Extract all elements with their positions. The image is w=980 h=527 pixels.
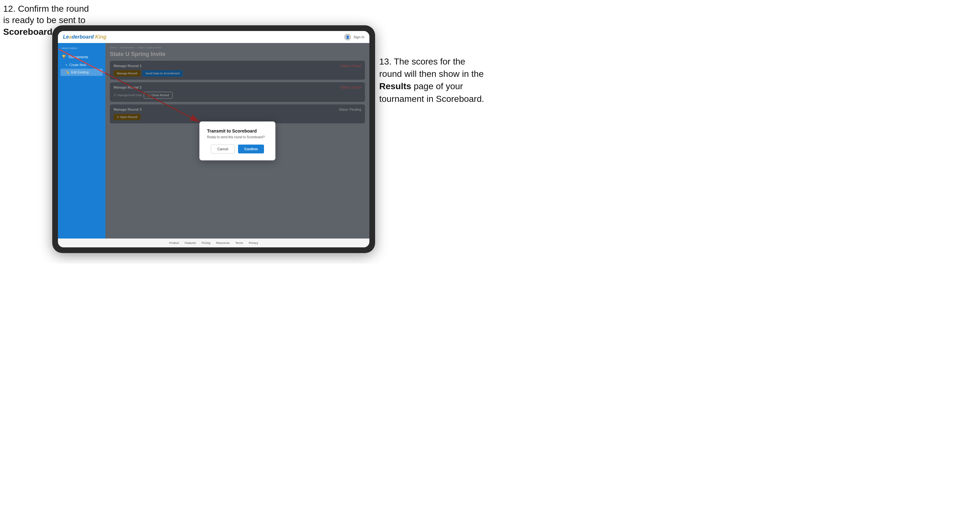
- modal-title: Transmit to Scoreboard: [207, 129, 268, 133]
- footer-privacy[interactable]: Privacy: [249, 241, 258, 244]
- trophy-icon: 🏆: [62, 55, 66, 59]
- top-nav: Leaderboard King 👤 Sign In: [58, 31, 369, 43]
- modal-confirm-btn[interactable]: Confirm: [238, 144, 264, 153]
- avatar: 👤: [344, 33, 351, 40]
- main-layout: MAIN MENU 🏆 Tournaments + Create New ✏️ …: [58, 43, 369, 238]
- sidebar: MAIN MENU 🏆 Tournaments + Create New ✏️ …: [58, 43, 105, 238]
- edit-icon: ✏️: [65, 71, 69, 74]
- footer-terms[interactable]: Terms: [235, 241, 243, 244]
- modal-overlay: Transmit to Scoreboard Ready to send thi…: [105, 43, 369, 238]
- annotation-top: 12. Confirm the round is ready to be sen…: [3, 3, 89, 38]
- main-menu-label: MAIN MENU: [58, 47, 105, 52]
- create-new-label: Create New: [69, 63, 86, 67]
- footer-pricing[interactable]: Pricing: [202, 241, 210, 244]
- sidebar-item-tournaments[interactable]: 🏆 Tournaments: [58, 52, 105, 61]
- footer-product[interactable]: Product: [169, 241, 179, 244]
- modal-cancel-btn[interactable]: Cancel: [211, 144, 235, 153]
- annotation-right: 13. The scores for the round will then s…: [379, 56, 487, 105]
- tablet-screen: Leaderboard King 👤 Sign In MAIN MENU 🏆 T…: [58, 31, 369, 248]
- tablet-footer: Product Features Pricing Resources Terms…: [58, 238, 369, 248]
- plus-icon: +: [65, 63, 67, 67]
- tablet-device: Leaderboard King 👤 Sign In MAIN MENU 🏆 T…: [52, 25, 375, 253]
- sign-in-link[interactable]: Sign In: [353, 35, 364, 39]
- footer-resources[interactable]: Resources: [216, 241, 230, 244]
- tournaments-label: Tournaments: [68, 55, 88, 59]
- sidebar-item-create-new[interactable]: + Create New: [58, 61, 105, 69]
- edit-existing-label: Edit Existing: [71, 71, 89, 74]
- footer-features[interactable]: Features: [185, 241, 196, 244]
- modal-subtitle: Ready to send this round to Scoreboard?: [207, 135, 268, 139]
- content-area: Home › Tournaments › State U Spring Invi…: [105, 43, 369, 238]
- transmit-modal: Transmit to Scoreboard Ready to send thi…: [199, 121, 275, 160]
- modal-actions: Cancel Confirm: [207, 144, 268, 153]
- sidebar-item-edit-existing[interactable]: ✏️ Edit Existing: [60, 69, 103, 76]
- nav-right: 👤 Sign In: [344, 33, 364, 40]
